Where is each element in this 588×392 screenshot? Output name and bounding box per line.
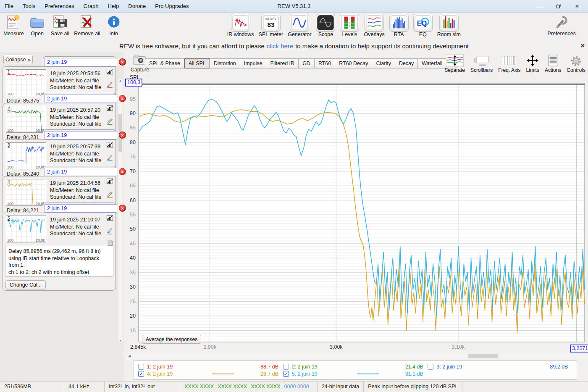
toolbar-button-ir-windows[interactable]: IR windows [227,14,254,37]
toolbar-button-levels[interactable]: 090Levels [340,14,359,37]
menu-donate[interactable]: Donate [123,0,150,13]
info-icon [105,14,123,31]
trace-color-pencil-icon[interactable] [106,117,113,126]
graph-tool-controls[interactable]: Controls [567,53,585,73]
toolbar-button-scope[interactable]: Scope [316,14,335,37]
measurement-name-input[interactable] [45,95,117,103]
tab-rt60[interactable]: RT60 [315,58,335,68]
measurement-thumbnail[interactable]: 310020,0k [6,142,46,169]
delete-measurement-icon[interactable]: × [119,58,126,66]
measurement-name-input[interactable] [45,58,117,66]
legend-checkbox[interactable] [138,364,144,370]
change-cal-button[interactable]: Change Cal... [5,280,46,289]
collapse-button[interactable]: Collapse « [3,55,33,64]
tab-gd[interactable]: GD [299,58,315,68]
menu-pro-upgrades[interactable]: Pro Upgrades [150,0,193,13]
restore-button[interactable] [549,0,568,13]
measurement-graph-icon[interactable] [106,105,113,114]
toolbar-button-info[interactable]: Info [105,14,123,37]
tab-rt60-decay[interactable]: RT60 Decay [335,58,372,68]
x-axis-right-limit-field[interactable]: 3,2071k [570,345,588,353]
menu-preferences[interactable]: Preferences [40,0,79,13]
tab-all-spl[interactable]: All SPL [184,58,210,68]
legend-db-value: 88,7 dB [260,364,278,370]
y-axis-top-limit-field[interactable]: 100,3 [125,79,142,87]
measurement-graph-icon[interactable] [106,142,113,150]
tab-clarity[interactable]: Clarity [372,58,395,68]
delete-measurement-icon[interactable]: × [119,95,126,102]
legend-checkbox[interactable]: ✓ [283,371,289,377]
toolbar-button-overlays[interactable]: Overlays [364,14,384,37]
donation-link[interactable]: click here [267,42,293,50]
average-responses-button[interactable]: Average the responses [142,335,201,344]
menu-graph[interactable]: Graph [79,0,103,13]
legend-checkbox[interactable]: ✓ [138,371,144,377]
toolbar-button-eq[interactable]: EQEQ [413,14,433,37]
delete-measurement-icon[interactable]: × [119,168,126,175]
delete-measurement-icon[interactable]: × [119,205,126,212]
menu-file[interactable]: File [0,0,18,13]
toolbar-button-preferences[interactable]: Preferences [548,14,576,37]
svg-text:45: 45 [130,241,136,247]
toolbar-button-remove-all[interactable]: Remove all [74,14,100,37]
trace-color-pencil-icon[interactable] [106,190,113,200]
toolbar-button-room-sim[interactable]: Room sim [437,14,461,37]
svg-text:3,10k: 3,10k [452,344,465,350]
svg-text:55: 55 [130,212,136,218]
toolbar-button-generator[interactable]: Generator [288,14,311,37]
measurement-name-input[interactable] [45,168,117,176]
graph-tool-scrollbars[interactable]: Scrollbars [470,53,493,73]
tab-impulse[interactable]: Impulse [240,58,267,68]
legend-checkbox[interactable] [283,364,289,370]
tab-decay[interactable]: Decay [395,58,418,68]
collapse-chevrons-icon: « [28,57,31,63]
graph-tool-limits[interactable]: Limits [526,53,539,73]
scroll-left-icon[interactable]: ◀ [126,354,132,358]
measurement-graph-icon[interactable] [106,68,113,77]
measurement-name-input[interactable] [45,131,117,139]
io-format: Int32L in, Int32L out [105,382,180,392]
chart-horizontal-scrollbar[interactable]: ◀ ▶ [126,353,588,359]
toolbar-button-measure[interactable]: Measure [3,14,24,37]
measurement-name-input[interactable] [45,204,117,213]
graph-tool-separate[interactable]: Separate [444,53,465,73]
banner-close-icon[interactable]: × [581,39,585,52]
close-button[interactable]: × [568,0,586,13]
toolbar-button-rta[interactable]: RTA [389,14,409,37]
measurement-thumbnail[interactable]: 210020,0k [6,106,46,133]
hscroll-track[interactable] [132,353,588,359]
legend-checkbox[interactable] [428,364,433,370]
tab-filtered-ir[interactable]: Filtered IR [266,58,299,68]
trace-color-pencil-icon[interactable] [106,154,113,163]
measurement-graph-icon[interactable] [106,178,113,187]
svg-text:0: 0 [349,25,350,27]
delete-measurement-icon[interactable]: × [119,132,126,139]
graph-tool-freq-axis[interactable]: Freq. Axis [498,53,520,73]
toolbar-button-label: Save all [51,31,69,37]
minimize-button[interactable]: — [531,0,549,13]
scrollbars-icon [473,53,491,67]
toolbar-button-open[interactable]: Open [29,14,46,37]
tab-waterfall[interactable]: Waterfall [418,58,446,68]
trace-color-pencil-icon[interactable] [106,227,113,236]
scroll-up-icon[interactable]: ▲ [118,79,123,82]
menu-help[interactable]: Help [103,0,124,13]
graph-tool-actions[interactable]: Actions [545,53,561,73]
scroll-down-icon[interactable]: ▼ [118,339,123,342]
menu-tools[interactable]: Tools [18,0,40,13]
measurement-thumbnail[interactable]: 110020,0k [6,69,46,96]
toolbar-button-spl-meter[interactable]: dB SPL83SPL meter [259,14,284,37]
svg-text:35: 35 [130,270,136,276]
tab-distortion[interactable]: Distortion [210,58,240,68]
measurement-thumbnail[interactable]: 510020,0k [6,216,46,242]
svg-text:dB SPL: dB SPL [265,17,276,21]
toolbar-button-save-all[interactable]: Save all [51,14,69,37]
channel-status-bits: XXXX XXXXXXXX XXXXXXXX XXXX0000 0000 [180,382,318,392]
tab-spl-phase[interactable]: SPL & Phase [145,58,184,68]
toolbar-button-label: Overlays [364,32,384,37]
trace-color-pencil-icon[interactable] [106,81,113,90]
measurement-graph-icon[interactable] [106,215,113,224]
hscroll-thumb[interactable] [468,354,498,358]
spl-chart[interactable]: 15202530354045505560657075808590952,845k… [124,73,588,355]
measurement-thumbnail[interactable]: 410020,0k [6,179,46,206]
